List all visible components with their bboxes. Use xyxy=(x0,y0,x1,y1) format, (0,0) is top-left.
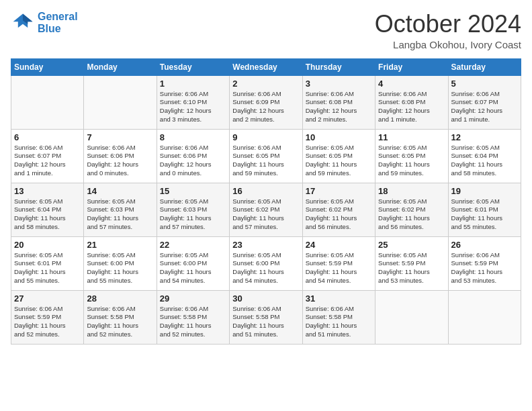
day-number: 8 xyxy=(160,132,226,142)
day-number: 15 xyxy=(160,186,226,196)
cell-content: Sunrise: 6:05 AM Sunset: 6:03 PM Dayligh… xyxy=(87,197,153,232)
calendar-header-row: SundayMondayTuesdayWednesdayThursdayFrid… xyxy=(11,58,521,75)
calendar-cell: 13Sunrise: 6:05 AM Sunset: 6:04 PM Dayli… xyxy=(11,183,84,236)
cell-content: Sunrise: 6:05 AM Sunset: 6:00 PM Dayligh… xyxy=(160,251,226,285)
logo: General Blue xyxy=(11,11,78,35)
calendar-cell: 27Sunrise: 6:06 AM Sunset: 5:59 PM Dayli… xyxy=(11,290,84,344)
calendar-cell: 4Sunrise: 6:06 AM Sunset: 6:08 PM Daylig… xyxy=(375,75,448,129)
calendar-cell: 14Sunrise: 6:05 AM Sunset: 6:03 PM Dayli… xyxy=(84,183,157,236)
cell-content: Sunrise: 6:05 AM Sunset: 6:02 PM Dayligh… xyxy=(232,197,299,232)
day-number: 21 xyxy=(87,240,153,250)
cell-content: Sunrise: 6:05 AM Sunset: 5:59 PM Dayligh… xyxy=(378,251,445,285)
cell-content: Sunrise: 6:05 AM Sunset: 6:00 PM Dayligh… xyxy=(87,251,153,285)
calendar-cell xyxy=(448,290,521,344)
day-number: 13 xyxy=(14,186,81,196)
day-number: 4 xyxy=(378,79,445,89)
cell-content: Sunrise: 6:06 AM Sunset: 5:58 PM Dayligh… xyxy=(232,305,299,339)
logo-icon xyxy=(11,11,35,35)
day-number: 12 xyxy=(451,132,518,142)
calendar-cell xyxy=(375,290,448,344)
cell-content: Sunrise: 6:05 AM Sunset: 6:02 PM Dayligh… xyxy=(306,197,372,232)
calendar-cell: 26Sunrise: 6:06 AM Sunset: 5:59 PM Dayli… xyxy=(448,236,521,290)
day-number: 20 xyxy=(14,240,81,250)
calendar-cell: 2Sunrise: 6:06 AM Sunset: 6:09 PM Daylig… xyxy=(230,75,302,129)
day-number: 27 xyxy=(14,293,81,304)
cell-content: Sunrise: 6:06 AM Sunset: 6:06 PM Dayligh… xyxy=(87,144,153,178)
weekday-header: Tuesday xyxy=(157,58,229,75)
day-number: 18 xyxy=(378,186,445,196)
day-number: 22 xyxy=(160,240,226,250)
day-number: 31 xyxy=(306,293,372,304)
calendar-cell: 7Sunrise: 6:06 AM Sunset: 6:06 PM Daylig… xyxy=(84,129,157,183)
cell-content: Sunrise: 6:06 AM Sunset: 5:58 PM Dayligh… xyxy=(160,305,226,339)
day-number: 30 xyxy=(232,293,299,304)
calendar-cell xyxy=(84,75,157,129)
calendar-table: SundayMondayTuesdayWednesdayThursdayFrid… xyxy=(11,58,521,345)
weekday-header: Thursday xyxy=(302,58,375,75)
weekday-header: Wednesday xyxy=(230,58,302,75)
day-number: 14 xyxy=(87,186,153,196)
calendar-cell: 11Sunrise: 6:05 AM Sunset: 6:05 PM Dayli… xyxy=(375,129,448,183)
cell-content: Sunrise: 6:05 AM Sunset: 6:00 PM Dayligh… xyxy=(232,251,299,285)
cell-content: Sunrise: 6:06 AM Sunset: 6:10 PM Dayligh… xyxy=(160,90,226,124)
cell-content: Sunrise: 6:05 AM Sunset: 6:03 PM Dayligh… xyxy=(160,197,226,232)
cell-content: Sunrise: 6:05 AM Sunset: 6:05 PM Dayligh… xyxy=(306,144,372,178)
logo-text: General Blue xyxy=(38,11,78,34)
calendar-cell: 6Sunrise: 6:06 AM Sunset: 6:07 PM Daylig… xyxy=(11,129,84,183)
calendar-week-row: 20Sunrise: 6:05 AM Sunset: 6:01 PM Dayli… xyxy=(11,236,521,290)
day-number: 26 xyxy=(451,240,518,250)
cell-content: Sunrise: 6:06 AM Sunset: 5:58 PM Dayligh… xyxy=(87,305,153,339)
page-header: General Blue October 2024 Langba Okohou,… xyxy=(11,11,521,50)
calendar-cell: 21Sunrise: 6:05 AM Sunset: 6:00 PM Dayli… xyxy=(84,236,157,290)
day-number: 6 xyxy=(14,132,81,142)
calendar-cell: 24Sunrise: 6:05 AM Sunset: 5:59 PM Dayli… xyxy=(302,236,375,290)
calendar-cell: 31Sunrise: 6:06 AM Sunset: 5:58 PM Dayli… xyxy=(302,290,375,344)
location: Langba Okohou, Ivory Coast xyxy=(375,39,521,50)
cell-content: Sunrise: 6:06 AM Sunset: 6:07 PM Dayligh… xyxy=(14,144,81,178)
calendar-cell: 22Sunrise: 6:05 AM Sunset: 6:00 PM Dayli… xyxy=(157,236,229,290)
day-number: 1 xyxy=(160,79,226,89)
calendar-cell: 8Sunrise: 6:06 AM Sunset: 6:06 PM Daylig… xyxy=(157,129,229,183)
weekday-header: Sunday xyxy=(11,58,84,75)
month-title: October 2024 xyxy=(375,11,521,38)
calendar-cell: 28Sunrise: 6:06 AM Sunset: 5:58 PM Dayli… xyxy=(84,290,157,344)
calendar-cell: 30Sunrise: 6:06 AM Sunset: 5:58 PM Dayli… xyxy=(230,290,302,344)
calendar-cell: 25Sunrise: 6:05 AM Sunset: 5:59 PM Dayli… xyxy=(375,236,448,290)
day-number: 25 xyxy=(378,240,445,250)
cell-content: Sunrise: 6:06 AM Sunset: 5:58 PM Dayligh… xyxy=(306,305,372,339)
day-number: 17 xyxy=(306,186,372,196)
cell-content: Sunrise: 6:05 AM Sunset: 6:05 PM Dayligh… xyxy=(378,144,445,178)
day-number: 3 xyxy=(306,79,372,89)
calendar-cell: 15Sunrise: 6:05 AM Sunset: 6:03 PM Dayli… xyxy=(157,183,229,236)
calendar-week-row: 6Sunrise: 6:06 AM Sunset: 6:07 PM Daylig… xyxy=(11,129,521,183)
cell-content: Sunrise: 6:06 AM Sunset: 6:09 PM Dayligh… xyxy=(232,90,299,124)
cell-content: Sunrise: 6:06 AM Sunset: 6:07 PM Dayligh… xyxy=(451,90,518,124)
day-number: 11 xyxy=(378,132,445,142)
calendar-cell: 17Sunrise: 6:05 AM Sunset: 6:02 PM Dayli… xyxy=(302,183,375,236)
cell-content: Sunrise: 6:06 AM Sunset: 6:06 PM Dayligh… xyxy=(160,144,226,178)
calendar-cell: 23Sunrise: 6:05 AM Sunset: 6:00 PM Dayli… xyxy=(230,236,302,290)
calendar-cell: 18Sunrise: 6:05 AM Sunset: 6:02 PM Dayli… xyxy=(375,183,448,236)
calendar-week-row: 13Sunrise: 6:05 AM Sunset: 6:04 PM Dayli… xyxy=(11,183,521,236)
calendar-cell: 3Sunrise: 6:06 AM Sunset: 6:08 PM Daylig… xyxy=(302,75,375,129)
day-number: 10 xyxy=(306,132,372,142)
calendar-cell: 1Sunrise: 6:06 AM Sunset: 6:10 PM Daylig… xyxy=(157,75,229,129)
cell-content: Sunrise: 6:05 AM Sunset: 6:04 PM Dayligh… xyxy=(14,197,81,232)
weekday-header: Saturday xyxy=(448,58,521,75)
title-block: October 2024 Langba Okohou, Ivory Coast xyxy=(375,11,521,50)
calendar-cell: 12Sunrise: 6:05 AM Sunset: 6:04 PM Dayli… xyxy=(448,129,521,183)
cell-content: Sunrise: 6:06 AM Sunset: 6:08 PM Dayligh… xyxy=(306,90,372,124)
day-number: 19 xyxy=(451,186,518,196)
day-number: 7 xyxy=(87,132,153,142)
calendar-cell: 19Sunrise: 6:05 AM Sunset: 6:01 PM Dayli… xyxy=(448,183,521,236)
day-number: 28 xyxy=(87,293,153,304)
calendar-cell: 29Sunrise: 6:06 AM Sunset: 5:58 PM Dayli… xyxy=(157,290,229,344)
day-number: 9 xyxy=(232,132,299,142)
cell-content: Sunrise: 6:06 AM Sunset: 6:08 PM Dayligh… xyxy=(378,90,445,124)
weekday-header: Friday xyxy=(375,58,448,75)
day-number: 5 xyxy=(451,79,518,89)
cell-content: Sunrise: 6:06 AM Sunset: 6:05 PM Dayligh… xyxy=(232,144,299,178)
day-number: 29 xyxy=(160,293,226,304)
cell-content: Sunrise: 6:05 AM Sunset: 6:02 PM Dayligh… xyxy=(378,197,445,232)
day-number: 16 xyxy=(232,186,299,196)
